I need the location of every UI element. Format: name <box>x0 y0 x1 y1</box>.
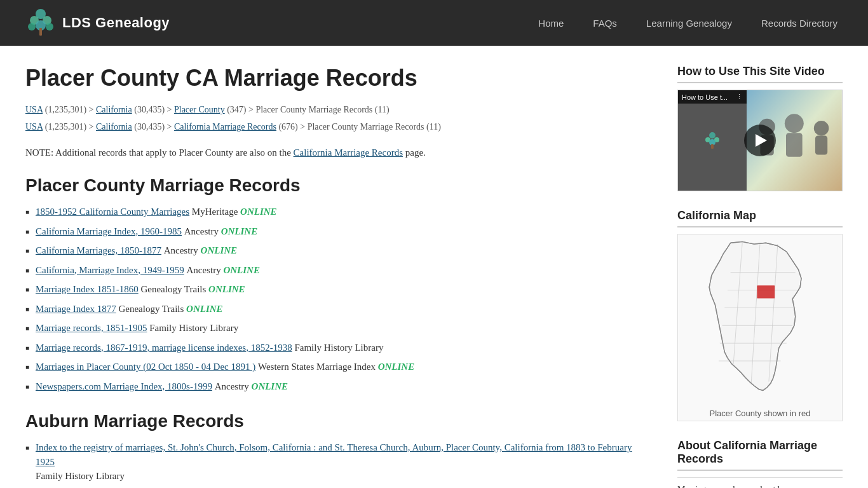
svg-rect-28 <box>757 285 775 298</box>
svg-rect-16 <box>786 133 803 156</box>
main-content: Placer County CA Marriage Records USA (1… <box>25 65 652 488</box>
list-item: California Marriage Index, 1960-1985 Anc… <box>25 224 652 239</box>
list-item: Marriage Index 1851-1860 Genealogy Trail… <box>25 282 652 297</box>
about-section: About California Marriage Records Marria… <box>677 439 843 488</box>
svg-point-17 <box>814 121 829 136</box>
video-menu-dots: ⋮ <box>736 93 743 101</box>
records-list: 1850-1952 California County Marriages My… <box>25 205 652 393</box>
site-header: LDS Genealogy Home FAQs Learning Genealo… <box>0 0 868 46</box>
list-item: Marriage Index 1877 Genealogy Trails ONL… <box>25 302 652 316</box>
record-link-5[interactable]: Marriage Index 1877 <box>36 302 116 316</box>
sidebar: How to Use This Site Video How to Use t.… <box>677 65 843 488</box>
record-link-8[interactable]: Marriages in Placer County (02 Oct 1850 … <box>36 360 255 374</box>
bc-usa-1[interactable]: USA <box>25 105 43 114</box>
svg-rect-11 <box>711 144 714 149</box>
county-note: NOTE: Additional records that apply to P… <box>25 145 652 160</box>
video-title-text: How to Use t... <box>682 93 728 101</box>
main-nav: Home FAQs Learning Genealogy Records Dir… <box>533 15 843 31</box>
play-triangle-icon <box>756 134 767 147</box>
auburn-record-link-0[interactable]: Index to the registry of marriages, St. … <box>36 440 652 469</box>
page-title: Placer County CA Marriage Records <box>25 65 652 92</box>
list-item: California, Marriage Index, 1949-1959 An… <box>25 263 652 278</box>
record-link-4[interactable]: Marriage Index 1851-1860 <box>36 282 139 297</box>
about-section-title: About California Marriage Records <box>677 439 843 471</box>
video-tree-icon <box>703 131 722 150</box>
about-text: Marriage records were kept by <box>677 477 843 488</box>
video-left-panel: How to Use t... ⋮ <box>678 90 747 191</box>
record-link-9[interactable]: Newspapers.com Marriage Index, 1800s-199… <box>36 379 212 394</box>
video-inner: How to Use t... ⋮ <box>678 90 842 191</box>
list-item: California Marriages, 1850-1877 Ancestry… <box>25 243 652 258</box>
nav-learning[interactable]: Learning Genealogy <box>641 15 737 31</box>
svg-rect-18 <box>815 136 827 155</box>
record-link-2[interactable]: California Marriages, 1850-1877 <box>36 243 161 258</box>
record-link-3[interactable]: California, Marriage Index, 1949-1959 <box>36 263 184 278</box>
nav-home[interactable]: Home <box>533 15 569 31</box>
video-thumbnail[interactable]: How to Use t... ⋮ <box>677 90 843 191</box>
auburn-records-list: Index to the registry of marriages, St. … <box>25 440 652 488</box>
svg-point-7 <box>709 132 715 139</box>
svg-point-3 <box>28 23 36 30</box>
bc-usa-2[interactable]: USA <box>25 122 43 132</box>
list-item: Newspapers.com Marriage Index, 1800s-199… <box>25 379 652 394</box>
section2-title: Auburn Marriage Records <box>25 411 652 431</box>
list-item: Marriages in Placer County (02 Oct 1850 … <box>25 360 652 374</box>
list-item: Index to the registry of marriages, St. … <box>25 440 652 488</box>
video-play-button[interactable] <box>744 125 776 156</box>
video-title-bar: How to Use t... ⋮ <box>678 90 747 104</box>
ca-marriage-records-link[interactable]: California Marriage Records <box>294 147 403 158</box>
breadcrumb-2: USA (1,235,301) > California (30,435) > … <box>25 120 652 133</box>
bc-ca-marriage[interactable]: California Marriage Records <box>174 122 276 132</box>
svg-point-5 <box>46 23 53 30</box>
nav-faqs[interactable]: FAQs <box>588 15 622 31</box>
record-link-0[interactable]: 1850-1952 California County Marriages <box>36 205 189 219</box>
video-section-title: How to Use This Site Video <box>677 65 843 83</box>
map-section: California Map <box>677 209 843 421</box>
bc-california-2[interactable]: California <box>96 122 132 132</box>
record-link-7[interactable]: Marriage records, 1867-1919, marriage li… <box>36 341 292 355</box>
logo-tree-icon <box>25 8 56 38</box>
california-map: Placer County shown in red <box>677 234 843 421</box>
video-section: How to Use This Site Video How to Use t.… <box>677 65 843 191</box>
section1-title: Placer County Marriage Records <box>25 175 652 196</box>
list-item: 1850-1952 California County Marriages My… <box>25 205 652 219</box>
record-link-1[interactable]: California Marriage Index, 1960-1985 <box>36 224 182 239</box>
list-item: Marriage records, 1851-1905 Family Histo… <box>25 321 652 336</box>
logo-area[interactable]: LDS Genealogy <box>25 8 170 38</box>
list-item: Marriage records, 1867-1919, marriage li… <box>25 341 652 355</box>
map-section-title: California Map <box>677 209 843 227</box>
bc-california-1[interactable]: California <box>96 105 132 114</box>
california-map-svg <box>690 237 830 402</box>
content-wrapper: Placer County CA Marriage Records USA (1… <box>0 46 868 488</box>
record-link-6[interactable]: Marriage records, 1851-1905 <box>36 321 147 336</box>
breadcrumb-1: USA (1,235,301) > California (30,435) > … <box>25 103 652 116</box>
nav-records-dir[interactable]: Records Directory <box>756 15 843 31</box>
map-caption: Placer County shown in red <box>681 409 839 418</box>
svg-point-15 <box>785 114 804 133</box>
svg-rect-6 <box>39 28 42 36</box>
logo-label: LDS Genealogy <box>62 15 170 31</box>
bc-placer[interactable]: Placer County <box>174 105 225 114</box>
